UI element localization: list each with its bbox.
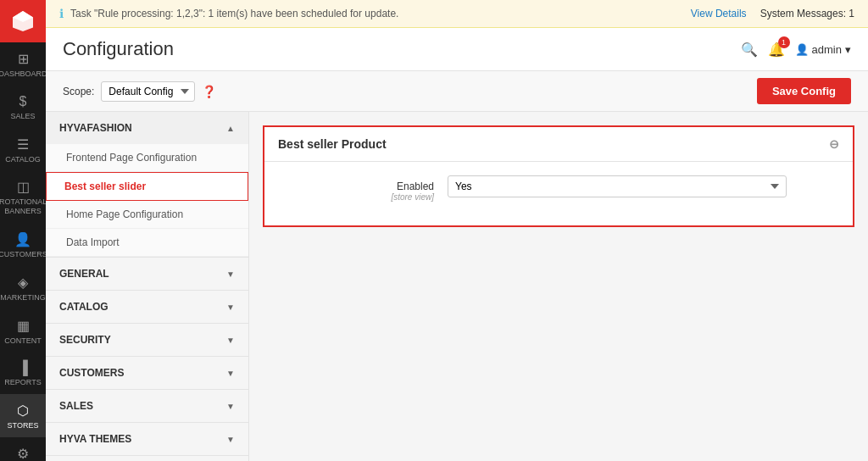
hyvafashion-section-header[interactable]: HYVAFASHION ▲ <box>46 112 248 144</box>
hyva-themes-label: HYVA THEMES <box>59 433 131 445</box>
best-seller-product-panel: Best seller Product ⊖ Enabled [store vie… <box>263 125 854 227</box>
help-icon[interactable]: ❓ <box>202 85 216 98</box>
config-section-sales: SALES ▼ <box>46 390 248 423</box>
notification-bell[interactable]: 🔔 1 <box>768 42 785 58</box>
config-wrapper: HYVAFASHION ▲ Frontend Page Configuratio… <box>46 112 868 461</box>
panel-title: Best seller Product <box>278 137 387 151</box>
sidebar-item-stores[interactable]: ⬡ Stores <box>0 394 46 437</box>
catalog-label: CATALOG <box>59 301 108 313</box>
admin-chevron-icon: ▾ <box>845 43 851 56</box>
hyva-themes-section-header[interactable]: HYVA THEMES ▼ <box>46 423 248 455</box>
content-icon: ▦ <box>17 318 30 334</box>
notification-message: Task "Rule processing: 1,2,3": 1 item(s)… <box>70 8 398 19</box>
marketing-icon: ◈ <box>18 275 28 291</box>
nav-item-data-import[interactable]: Data Import <box>46 229 248 257</box>
security-label: SECURITY <box>59 334 111 346</box>
enabled-row: Enabled [store view] Yes No <box>278 175 839 202</box>
sales-section-header[interactable]: SALES ▼ <box>46 390 248 422</box>
admin-menu[interactable]: 👤 admin ▾ <box>795 43 851 56</box>
notification-right: View Details System Messages: 1 <box>691 8 854 19</box>
notification-count: 1 <box>778 36 790 48</box>
dashboard-icon: ⊞ <box>18 51 29 67</box>
security-collapse-icon: ▼ <box>226 336 235 345</box>
customers-label: CUSTOMERS <box>59 367 124 379</box>
scope-select[interactable]: Default Config <box>101 81 195 102</box>
scope-bar: Scope: Default Config ❓ Save Config <box>46 71 868 112</box>
header-actions: 🔍 🔔 1 👤 admin ▾ <box>741 42 851 58</box>
notification-left: ℹ Task "Rule processing: 1,2,3": 1 item(… <box>59 7 398 20</box>
scope-label: Scope: <box>63 86 94 97</box>
search-icon[interactable]: 🔍 <box>741 42 758 58</box>
sales-collapse-icon: ▼ <box>226 402 235 411</box>
hyva-themes-collapse-icon: ▼ <box>226 435 235 444</box>
stores-icon: ⬡ <box>17 403 29 419</box>
config-section-customers: CUSTOMERS ▼ <box>46 357 248 390</box>
page-title: Configuration <box>63 38 174 60</box>
general-section-header[interactable]: GENERAL ▼ <box>46 258 248 290</box>
sidebar-item-content[interactable]: ▦ Content <box>0 309 46 353</box>
top-header: Configuration 🔍 🔔 1 👤 admin ▾ <box>46 28 868 71</box>
customers-icon: 👤 <box>14 231 31 247</box>
config-content: Best seller Product ⊖ Enabled [store vie… <box>249 112 868 461</box>
catalog-section-header[interactable]: CATALOG ▼ <box>46 291 248 323</box>
main-content: ℹ Task "Rule processing: 1,2,3": 1 item(… <box>46 0 868 461</box>
sidebar-item-marketing[interactable]: ◈ Marketing <box>0 266 46 309</box>
scope-left: Scope: Default Config ❓ <box>63 81 216 102</box>
catalog-icon: ☰ <box>17 136 29 153</box>
sidebar: ⊞ Dashboard $ Sales ☰ Catalog ◫ Rotation… <box>0 0 46 461</box>
config-section-hyva-themes: HYVA THEMES ▼ <box>46 423 248 456</box>
config-section-services: SERVICES ▼ <box>46 456 248 461</box>
nav-item-best-seller-slider[interactable]: Best seller slider <box>46 172 248 201</box>
logo <box>0 0 46 42</box>
sidebar-item-dashboard[interactable]: ⊞ Dashboard <box>0 42 46 86</box>
admin-label-text: admin <box>812 43 842 56</box>
hyvafashion-label: HYVAFASHION <box>59 122 132 134</box>
customers-section-header[interactable]: CUSTOMERS ▼ <box>46 357 248 389</box>
hyvafashion-collapse-icon: ▲ <box>226 124 235 133</box>
panel-header: Best seller Product ⊖ <box>264 127 853 162</box>
system-icon: ⚙ <box>17 446 29 461</box>
general-collapse-icon: ▼ <box>226 269 235 279</box>
config-section-hyvafashion: HYVAFASHION ▲ Frontend Page Configuratio… <box>46 112 248 258</box>
enabled-label: Enabled [store view] <box>278 175 448 202</box>
sidebar-item-sales[interactable]: $ Sales <box>0 86 46 128</box>
banners-icon: ◫ <box>17 179 30 195</box>
admin-user-icon: 👤 <box>795 43 809 56</box>
customers-collapse-icon: ▼ <box>226 369 235 378</box>
services-section-header[interactable]: SERVICES ▼ <box>46 456 248 461</box>
panel-body: Enabled [store view] Yes No <box>264 162 853 225</box>
config-section-general: GENERAL ▼ <box>46 258 248 291</box>
catalog-collapse-icon: ▼ <box>226 303 235 312</box>
notification-bar: ℹ Task "Rule processing: 1,2,3": 1 item(… <box>46 0 868 28</box>
config-section-catalog: CATALOG ▼ <box>46 291 248 324</box>
config-section-security: SECURITY ▼ <box>46 324 248 357</box>
panel-collapse-icon[interactable]: ⊖ <box>829 137 839 151</box>
sidebar-item-system[interactable]: ⚙ System <box>0 437 46 461</box>
info-icon: ℹ <box>59 7 64 20</box>
general-label: GENERAL <box>59 268 109 280</box>
security-section-header[interactable]: SECURITY ▼ <box>46 324 248 356</box>
nav-item-home-page[interactable]: Home Page Configuration <box>46 201 248 229</box>
sidebar-item-catalog[interactable]: ☰ Catalog <box>0 128 46 171</box>
enabled-select[interactable]: Yes No <box>448 175 787 197</box>
sales-icon: $ <box>19 94 27 109</box>
sidebar-item-customers[interactable]: 👤 Customers <box>0 223 46 266</box>
sidebar-item-reports[interactable]: ▐ Reports <box>0 352 46 394</box>
sidebar-item-rotational-banners[interactable]: ◫ Rotational Banners <box>0 170 46 223</box>
nav-item-frontend-page[interactable]: Frontend Page Configuration <box>46 144 248 172</box>
sales-label: SALES <box>59 400 93 412</box>
save-config-button[interactable]: Save Config <box>757 78 851 104</box>
config-nav: HYVAFASHION ▲ Frontend Page Configuratio… <box>46 112 249 461</box>
view-details-link[interactable]: View Details <box>691 8 747 19</box>
system-messages[interactable]: System Messages: 1 <box>760 8 854 19</box>
reports-icon: ▐ <box>18 360 27 375</box>
